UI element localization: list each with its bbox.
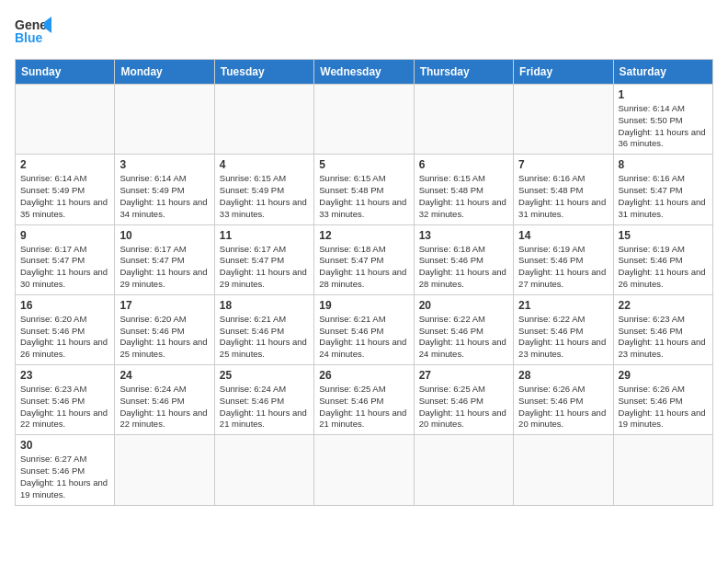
- calendar-cell: 12Sunrise: 6:18 AM Sunset: 5:47 PM Dayli…: [314, 224, 414, 294]
- cell-info: Sunrise: 6:22 AM Sunset: 5:46 PM Dayligh…: [518, 314, 608, 361]
- calendar-cell: 6Sunrise: 6:15 AM Sunset: 5:48 PM Daylig…: [414, 155, 513, 224]
- date-number: 30: [20, 439, 109, 452]
- calendar-cell: 4Sunrise: 6:15 AM Sunset: 5:49 PM Daylig…: [214, 155, 313, 224]
- calendar-cell: 3Sunrise: 6:14 AM Sunset: 5:49 PM Daylig…: [115, 155, 214, 224]
- calendar-cell: 9Sunrise: 6:17 AM Sunset: 5:47 PM Daylig…: [16, 224, 115, 294]
- calendar-cell: 21Sunrise: 6:22 AM Sunset: 5:46 PM Dayli…: [514, 294, 613, 364]
- calendar-cell: 7Sunrise: 6:16 AM Sunset: 5:48 PM Daylig…: [514, 155, 613, 224]
- cell-info: Sunrise: 6:15 AM Sunset: 5:48 PM Dayligh…: [319, 173, 408, 220]
- calendar-cell: [115, 435, 214, 505]
- logo-icon: General Blue: [15, 15, 51, 48]
- cell-info: Sunrise: 6:17 AM Sunset: 5:47 PM Dayligh…: [119, 244, 209, 291]
- date-number: 23: [20, 369, 109, 382]
- date-number: 21: [518, 299, 608, 312]
- date-number: 1: [619, 88, 708, 101]
- calendar-header: SundayMondayTuesdayWednesdayThursdayFrid…: [16, 60, 713, 85]
- date-number: 14: [518, 229, 608, 242]
- date-number: 26: [319, 369, 408, 382]
- cell-info: Sunrise: 6:18 AM Sunset: 5:47 PM Dayligh…: [319, 244, 408, 291]
- cell-info: Sunrise: 6:25 AM Sunset: 5:46 PM Dayligh…: [419, 384, 508, 431]
- calendar-cell: 10Sunrise: 6:17 AM Sunset: 5:47 PM Dayli…: [115, 224, 214, 294]
- weekday-header: Saturday: [613, 60, 712, 85]
- calendar-cell: 8Sunrise: 6:16 AM Sunset: 5:47 PM Daylig…: [613, 155, 712, 224]
- date-number: 2: [20, 158, 109, 171]
- weekday-header: Tuesday: [214, 60, 313, 85]
- date-number: 22: [619, 299, 708, 312]
- cell-info: Sunrise: 6:23 AM Sunset: 5:46 PM Dayligh…: [619, 314, 708, 361]
- cell-info: Sunrise: 6:18 AM Sunset: 5:46 PM Dayligh…: [419, 244, 508, 291]
- cell-info: Sunrise: 6:21 AM Sunset: 5:46 PM Dayligh…: [319, 314, 408, 361]
- cell-info: Sunrise: 6:23 AM Sunset: 5:46 PM Dayligh…: [20, 384, 109, 431]
- calendar-cell: 16Sunrise: 6:20 AM Sunset: 5:46 PM Dayli…: [16, 294, 115, 364]
- calendar-cell: [314, 85, 414, 155]
- date-number: 27: [419, 369, 508, 382]
- cell-info: Sunrise: 6:24 AM Sunset: 5:46 PM Dayligh…: [220, 384, 309, 431]
- calendar-cell: [314, 435, 414, 505]
- cell-info: Sunrise: 6:16 AM Sunset: 5:47 PM Dayligh…: [619, 173, 708, 220]
- date-number: 15: [619, 229, 708, 242]
- calendar-cell: [16, 85, 115, 155]
- logo: General Blue: [15, 15, 51, 48]
- calendar-cell: 27Sunrise: 6:25 AM Sunset: 5:46 PM Dayli…: [414, 365, 513, 435]
- calendar-cell: [214, 435, 313, 505]
- cell-info: Sunrise: 6:24 AM Sunset: 5:46 PM Dayligh…: [119, 384, 209, 431]
- date-number: 18: [220, 299, 309, 312]
- cell-info: Sunrise: 6:16 AM Sunset: 5:48 PM Dayligh…: [518, 173, 608, 220]
- calendar-cell: 15Sunrise: 6:19 AM Sunset: 5:46 PM Dayli…: [613, 224, 712, 294]
- date-number: 16: [20, 299, 109, 312]
- calendar-cell: [115, 85, 214, 155]
- cell-info: Sunrise: 6:19 AM Sunset: 5:46 PM Dayligh…: [518, 244, 608, 291]
- cell-info: Sunrise: 6:14 AM Sunset: 5:50 PM Dayligh…: [619, 103, 708, 150]
- cell-info: Sunrise: 6:17 AM Sunset: 5:47 PM Dayligh…: [20, 244, 109, 291]
- cell-info: Sunrise: 6:17 AM Sunset: 5:47 PM Dayligh…: [220, 244, 309, 291]
- calendar-cell: 19Sunrise: 6:21 AM Sunset: 5:46 PM Dayli…: [314, 294, 414, 364]
- calendar-cell: 24Sunrise: 6:24 AM Sunset: 5:46 PM Dayli…: [115, 365, 214, 435]
- date-number: 7: [518, 158, 608, 171]
- calendar-cell: 2Sunrise: 6:14 AM Sunset: 5:49 PM Daylig…: [16, 155, 115, 224]
- date-number: 10: [119, 229, 209, 242]
- calendar-cell: 23Sunrise: 6:23 AM Sunset: 5:46 PM Dayli…: [16, 365, 115, 435]
- date-number: 4: [220, 158, 309, 171]
- cell-info: Sunrise: 6:27 AM Sunset: 5:46 PM Dayligh…: [20, 454, 109, 500]
- svg-text:Blue: Blue: [15, 30, 43, 45]
- calendar-cell: [514, 435, 613, 505]
- calendar-cell: 30Sunrise: 6:27 AM Sunset: 5:46 PM Dayli…: [16, 435, 115, 505]
- date-number: 17: [119, 299, 209, 312]
- date-number: 9: [20, 229, 109, 242]
- date-number: 24: [119, 369, 209, 382]
- cell-info: Sunrise: 6:22 AM Sunset: 5:46 PM Dayligh…: [419, 314, 508, 361]
- weekday-header: Friday: [514, 60, 613, 85]
- cell-info: Sunrise: 6:26 AM Sunset: 5:46 PM Dayligh…: [619, 384, 708, 431]
- calendar-cell: [214, 85, 313, 155]
- date-number: 13: [419, 229, 508, 242]
- cell-info: Sunrise: 6:14 AM Sunset: 5:49 PM Dayligh…: [20, 173, 109, 220]
- date-number: 29: [619, 369, 708, 382]
- calendar-cell: 11Sunrise: 6:17 AM Sunset: 5:47 PM Dayli…: [214, 224, 313, 294]
- date-number: 25: [220, 369, 309, 382]
- cell-info: Sunrise: 6:20 AM Sunset: 5:46 PM Dayligh…: [20, 314, 109, 361]
- cell-info: Sunrise: 6:25 AM Sunset: 5:46 PM Dayligh…: [319, 384, 408, 431]
- calendar-cell: [414, 85, 513, 155]
- date-number: 8: [619, 158, 708, 171]
- date-number: 11: [220, 229, 309, 242]
- calendar-cell: 14Sunrise: 6:19 AM Sunset: 5:46 PM Dayli…: [514, 224, 613, 294]
- calendar-cell: 17Sunrise: 6:20 AM Sunset: 5:46 PM Dayli…: [115, 294, 214, 364]
- cell-info: Sunrise: 6:14 AM Sunset: 5:49 PM Dayligh…: [119, 173, 209, 220]
- calendar-cell: 26Sunrise: 6:25 AM Sunset: 5:46 PM Dayli…: [314, 365, 414, 435]
- page-header: General Blue: [15, 15, 713, 48]
- date-number: 5: [319, 158, 408, 171]
- date-number: 12: [319, 229, 408, 242]
- calendar-table: SundayMondayTuesdayWednesdayThursdayFrid…: [15, 59, 713, 506]
- weekday-header: Wednesday: [314, 60, 414, 85]
- calendar-cell: 29Sunrise: 6:26 AM Sunset: 5:46 PM Dayli…: [613, 365, 712, 435]
- cell-info: Sunrise: 6:15 AM Sunset: 5:48 PM Dayligh…: [419, 173, 508, 220]
- calendar-cell: [613, 435, 712, 505]
- calendar-cell: [414, 435, 513, 505]
- cell-info: Sunrise: 6:26 AM Sunset: 5:46 PM Dayligh…: [518, 384, 608, 431]
- calendar-cell: 20Sunrise: 6:22 AM Sunset: 5:46 PM Dayli…: [414, 294, 513, 364]
- calendar-cell: [514, 85, 613, 155]
- calendar-cell: 1Sunrise: 6:14 AM Sunset: 5:50 PM Daylig…: [613, 85, 712, 155]
- date-number: 6: [419, 158, 508, 171]
- weekday-header: Sunday: [16, 60, 115, 85]
- date-number: 19: [319, 299, 408, 312]
